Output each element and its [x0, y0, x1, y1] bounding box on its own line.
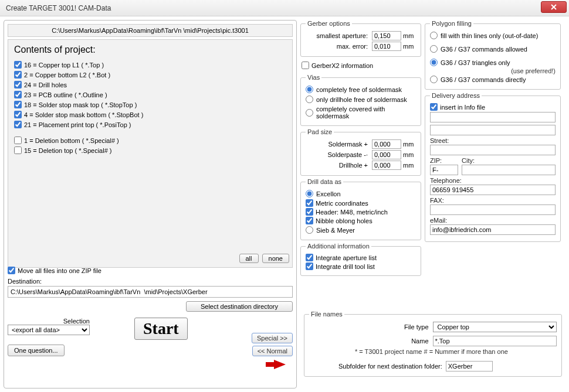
pad-legend: Pad size [306, 128, 334, 135]
special-button[interactable]: Special >> [252, 333, 293, 343]
layer-checkbox[interactable] [14, 61, 22, 69]
layer-label: 1 = Deletion bottom ( *.Special# ) [24, 137, 119, 144]
vias-group: Vias completely free of soldermask only … [300, 74, 421, 126]
street-label: Street: [430, 137, 556, 144]
smallest-aperture-label: smallest aperture: [306, 32, 370, 39]
zip-input[interactable] [430, 165, 458, 175]
project-path: C:\Users\Markus\AppData\Roaming\ibf\TarV… [8, 24, 293, 37]
drillhole-input[interactable] [372, 161, 401, 170]
drill-data-group: Drill data as Excellon Metric coordinate… [300, 178, 421, 240]
layer-checkbox[interactable] [14, 91, 22, 98]
additional-info-group: Additional information Integrate apertur… [300, 243, 421, 276]
layer-label: 23 = PCB outline ( *.Outline ) [24, 91, 107, 98]
start-button[interactable]: Start [134, 318, 188, 340]
city-label: City: [462, 157, 556, 164]
destination-label: Destination: [8, 278, 293, 285]
header-checkbox[interactable] [306, 208, 313, 216]
gerberx2-label: GerberX2 information [311, 62, 373, 69]
close-icon [551, 4, 557, 10]
layer-checkbox[interactable] [14, 101, 22, 108]
zip-label: Move all files into one ZIP file [18, 267, 101, 274]
sieb-radio[interactable] [306, 226, 313, 234]
drilltool-checkbox[interactable] [306, 263, 313, 270]
smallest-aperture-input[interactable] [372, 31, 401, 40]
red-arrow-icon [266, 359, 286, 371]
poly-note: (use preferred!) [430, 67, 556, 74]
city-input[interactable] [462, 165, 556, 175]
select-directory-button[interactable]: Select destination directory [186, 301, 293, 312]
layer-checkbox[interactable] [14, 111, 22, 118]
svg-marker-2 [266, 360, 286, 369]
destination-input[interactable] [8, 286, 293, 298]
fax-label: FAX: [430, 197, 556, 204]
gerber-legend: Gerber options [306, 20, 352, 27]
layer-checkbox[interactable] [14, 137, 22, 144]
contents-title: Contents of project: [14, 45, 286, 55]
telephone-input[interactable] [430, 185, 556, 195]
vias-opt2[interactable] [306, 96, 313, 103]
vias-opt3[interactable] [306, 109, 313, 117]
selection-label: Selection [8, 318, 90, 325]
left-panel: C:\Users\Markus\AppData\Roaming\ibf\TarV… [4, 20, 297, 388]
fnames-legend: File names [309, 311, 344, 318]
addr-legend: Delivery address [430, 92, 482, 99]
polygon-legend: Polygon filling [430, 20, 473, 27]
excellon-radio[interactable] [306, 190, 313, 197]
one-question-button[interactable]: One question... [8, 345, 65, 356]
max-error-input[interactable] [372, 42, 401, 51]
layer-checkbox[interactable] [14, 71, 22, 79]
pad-size-group: Pad size Soldermask +mm Solderpaste -·mm… [300, 128, 421, 176]
subfolder-input[interactable] [446, 361, 493, 371]
filetype-combo[interactable]: Copper top [433, 322, 557, 332]
nibble-checkbox[interactable] [306, 217, 313, 224]
gerber-options-group: Gerber options smallest aperture:mm max.… [300, 20, 421, 57]
vias-opt1[interactable] [306, 86, 313, 93]
contents-frame: Contents of project: 16 = Copper top L1 … [8, 39, 293, 268]
aperture-checkbox[interactable] [306, 254, 313, 261]
fax-input[interactable] [430, 204, 556, 215]
zip-label: ZIP: [430, 157, 458, 164]
poly-opt3[interactable] [430, 59, 438, 66]
normal-button[interactable]: << Normal [252, 346, 293, 356]
name-input[interactable] [433, 336, 557, 346]
unit-mm: mm [403, 43, 416, 50]
selection-combo[interactable]: <export all data> [8, 325, 90, 335]
title-bar: Create TARGET 3001! CAM-Data [0, 0, 569, 16]
name-label: Name [309, 338, 431, 345]
telephone-label: Telephone: [430, 177, 556, 184]
addr-line1[interactable] [430, 112, 556, 122]
zip-checkbox[interactable] [8, 267, 15, 274]
street-input[interactable] [430, 145, 556, 155]
layer-checkbox[interactable] [14, 146, 22, 154]
addr-line2[interactable] [430, 125, 556, 135]
email-label: eMail: [430, 217, 556, 224]
drillhole-label: Drillhole + [306, 162, 370, 169]
layer-checkbox[interactable] [14, 121, 22, 128]
layer-label: 16 = Copper top L1 ( *.Top ) [24, 62, 104, 69]
insert-info-checkbox[interactable] [430, 103, 438, 111]
solderpaste-label: Solderpaste -· [306, 151, 370, 158]
solderpaste-input[interactable] [372, 150, 401, 159]
none-button[interactable]: none [262, 254, 289, 263]
soldermask-input[interactable] [372, 139, 401, 149]
soldermask-label: Soldermask + [306, 141, 370, 148]
unit-mm: mm [403, 32, 416, 39]
all-button[interactable]: all [239, 254, 259, 263]
subfolder-label: Subfolder for next destination folder: [338, 363, 442, 370]
addl-legend: Additional information [306, 243, 371, 250]
poly-opt2[interactable] [430, 45, 438, 53]
metric-checkbox[interactable] [306, 199, 313, 207]
filename-hint: * = T3001 project name # = Nummer if mor… [309, 347, 557, 359]
poly-opt1[interactable] [430, 32, 438, 39]
poly-opt4[interactable] [430, 76, 438, 83]
file-names-group: File names File typeCopper top Name * = … [304, 311, 562, 377]
gerberx2-checkbox[interactable] [302, 62, 309, 69]
close-button[interactable] [541, 1, 567, 13]
layer-label: 24 = Drill holes [24, 81, 67, 88]
layer-label: 15 = Deletion top ( *.Special# ) [24, 147, 112, 154]
window-title: Create TARGET 3001! CAM-Data [6, 4, 111, 12]
filetype-label: File type [309, 323, 431, 330]
email-input[interactable] [430, 224, 556, 235]
polygon-filling-group: Polygon filling fill with thin lines onl… [425, 20, 561, 90]
layer-checkbox[interactable] [14, 81, 22, 88]
